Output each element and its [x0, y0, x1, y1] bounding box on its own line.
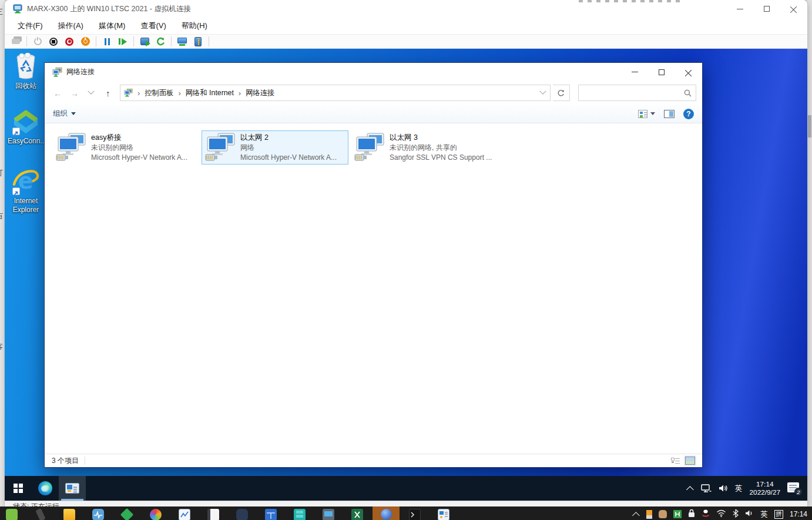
- host-ime-pinyin-badge[interactable]: 拼: [774, 510, 783, 519]
- desktop-icon-recycle-bin[interactable]: 回收站: [5, 52, 47, 90]
- vm-settings-icon[interactable]: [193, 36, 203, 47]
- phone-app-icon[interactable]: [35, 508, 46, 520]
- host-desktop-left-sliver: 三打百客: [0, 0, 5, 506]
- breadcrumb-separator: ›: [173, 89, 185, 98]
- control-panel-app-icon[interactable]: [438, 509, 449, 520]
- search-box[interactable]: [578, 85, 696, 101]
- hidden-icons-chevron-icon[interactable]: [686, 486, 694, 494]
- up-icon[interactable]: ↑: [100, 85, 115, 100]
- action-center-icon[interactable]: 2: [787, 482, 800, 494]
- usb-tray-icon[interactable]: [646, 510, 652, 519]
- guest-desktop[interactable]: 回收站 EasyConn.. e: [5, 49, 807, 501]
- back-icon[interactable]: ←: [51, 85, 65, 100]
- desktop-icon-easyconnect[interactable]: EasyConn..: [5, 108, 47, 146]
- address-bar[interactable]: › 控制面板 › 网络和 Internet › 网络连接: [120, 85, 551, 101]
- menu-file[interactable]: 文件(F): [18, 21, 43, 31]
- refresh-icon[interactable]: [553, 85, 570, 101]
- shortcut-arrow-badge: [12, 187, 20, 195]
- qq-tray-icon[interactable]: [702, 508, 710, 520]
- shut-down-vm-icon[interactable]: [80, 36, 90, 47]
- bluetooth-tray-icon[interactable]: [733, 509, 739, 520]
- organize-button[interactable]: 组织: [53, 109, 76, 119]
- file-explorer-icon[interactable]: [63, 509, 75, 520]
- blue-window-app-icon[interactable]: [265, 509, 277, 520]
- guest-taskbar-network-connections[interactable]: [59, 476, 86, 501]
- start-vm-icon[interactable]: [32, 36, 43, 47]
- display-settings-icon[interactable]: [177, 36, 187, 47]
- turn-off-vm-icon[interactable]: [64, 36, 75, 47]
- address-dropdown-chevron-icon[interactable]: [536, 90, 550, 95]
- volume-tray-icon[interactable]: [719, 484, 728, 492]
- adapter-status: 网络: [240, 143, 337, 153]
- wifi-tray-icon[interactable]: [716, 509, 726, 519]
- large-icons-view-icon[interactable]: [685, 457, 695, 465]
- explorer-status-bar: 3 个项目: [45, 454, 702, 467]
- host-language-indicator[interactable]: 英: [760, 509, 768, 519]
- change-view-button[interactable]: [638, 110, 655, 118]
- audio-app-icon[interactable]: [92, 509, 104, 520]
- menu-view[interactable]: 查看(V): [140, 21, 166, 31]
- pause-vm-icon[interactable]: [102, 36, 112, 47]
- stop-vm-icon[interactable]: [48, 36, 59, 47]
- vm-maximize-button[interactable]: [753, 0, 780, 18]
- breadcrumb-network-connections[interactable]: 网络连接: [246, 88, 274, 98]
- adapter-name: 以太网 2: [240, 133, 337, 143]
- checkpoint-icon[interactable]: [139, 36, 150, 47]
- terminal-icon[interactable]: [409, 509, 421, 520]
- explorer-maximize-button[interactable]: [648, 63, 675, 81]
- vm-titlebar[interactable]: MARX-X300 上的 WIN10 LTSC 2021 - 虚拟机连接: [5, 0, 807, 18]
- menu-help[interactable]: 帮助(H): [182, 21, 207, 31]
- network-adapter-item-selected[interactable]: 以太网 2 网络 Microsoft Hyper-V Network A...: [202, 130, 348, 165]
- lock-tray-icon[interactable]: [688, 509, 695, 520]
- guest-time: 17:14: [750, 480, 780, 488]
- breadcrumb-separator: ›: [234, 89, 246, 98]
- vm-close-button[interactable]: [780, 0, 807, 18]
- server-stack-app-icon[interactable]: [294, 509, 306, 520]
- explorer-titlebar[interactable]: 网络连接: [45, 63, 702, 81]
- chart-app-icon[interactable]: [179, 509, 190, 520]
- network-tray-icon[interactable]: [701, 484, 712, 493]
- network-adapter-item[interactable]: easy桥接 未识别的网络 Microsoft Hyper-V Network …: [52, 130, 199, 165]
- remote-desktop-app-icon[interactable]: [323, 509, 334, 520]
- help-icon[interactable]: ?: [683, 109, 694, 119]
- notebook-app-icon[interactable]: [207, 509, 219, 520]
- diamond-app-icon[interactable]: [120, 508, 134, 520]
- search-input[interactable]: [579, 89, 680, 97]
- guest-taskbar-edge[interactable]: [32, 476, 59, 501]
- resume-vm-icon[interactable]: [118, 36, 128, 47]
- menu-action[interactable]: 操作(A): [58, 21, 83, 31]
- network-adapter-item[interactable]: 以太网 3 未识别的网络, 共享的 Sangfor SSL VPN CS Sup…: [351, 130, 498, 165]
- vm-minimize-button[interactable]: [726, 0, 753, 18]
- cat-app-icon[interactable]: [236, 509, 248, 520]
- host-clock[interactable]: 17:14: [790, 510, 807, 518]
- host-hidden-icons-chevron-icon[interactable]: [632, 512, 640, 519]
- vm-window-title: MARX-X300 上的 WIN10 LTSC 2021 - 虚拟机连接: [27, 4, 191, 14]
- forward-icon[interactable]: →: [67, 85, 81, 100]
- network-connections-taskbar-icon: [65, 483, 79, 494]
- excel-icon[interactable]: [351, 509, 363, 520]
- vm-status-bar: 状态: 正在运行: [5, 501, 807, 506]
- green-cube-app-icon[interactable]: [6, 509, 18, 520]
- colorful-browser-icon[interactable]: [150, 509, 162, 520]
- handbrake-tray-icon[interactable]: [673, 510, 682, 518]
- active-globe-app-icon[interactable]: [373, 506, 400, 520]
- host-volume-tray-icon[interactable]: [745, 509, 754, 519]
- breadcrumb-network-internet[interactable]: 网络和 Internet: [186, 88, 234, 98]
- search-icon[interactable]: [680, 89, 696, 97]
- explorer-close-button[interactable]: [675, 63, 702, 81]
- guest-clock[interactable]: 17:14 2022/9/27: [750, 480, 780, 496]
- revert-icon[interactable]: [155, 36, 166, 47]
- breadcrumb-control-panel[interactable]: 控制面板: [145, 88, 173, 98]
- scrollbar-thumb[interactable]: [808, 115, 811, 137]
- ctrl-alt-del-icon[interactable]: [11, 36, 21, 47]
- explorer-content-area[interactable]: easy桥接 未识别的网络 Microsoft Hyper-V Network …: [45, 123, 702, 454]
- explorer-minimize-button[interactable]: [621, 63, 648, 81]
- menu-media[interactable]: 媒体(M): [99, 21, 126, 31]
- desktop-icon-internet-explorer[interactable]: e Internet Explorer: [5, 167, 47, 214]
- recent-locations-chevron-icon[interactable]: [84, 85, 98, 100]
- guest-language-indicator[interactable]: 英: [735, 484, 743, 494]
- details-view-icon[interactable]: [671, 457, 680, 465]
- guest-start-button[interactable]: [5, 476, 32, 501]
- preview-pane-icon[interactable]: [664, 110, 675, 118]
- cat-tray-icon[interactable]: [659, 510, 667, 518]
